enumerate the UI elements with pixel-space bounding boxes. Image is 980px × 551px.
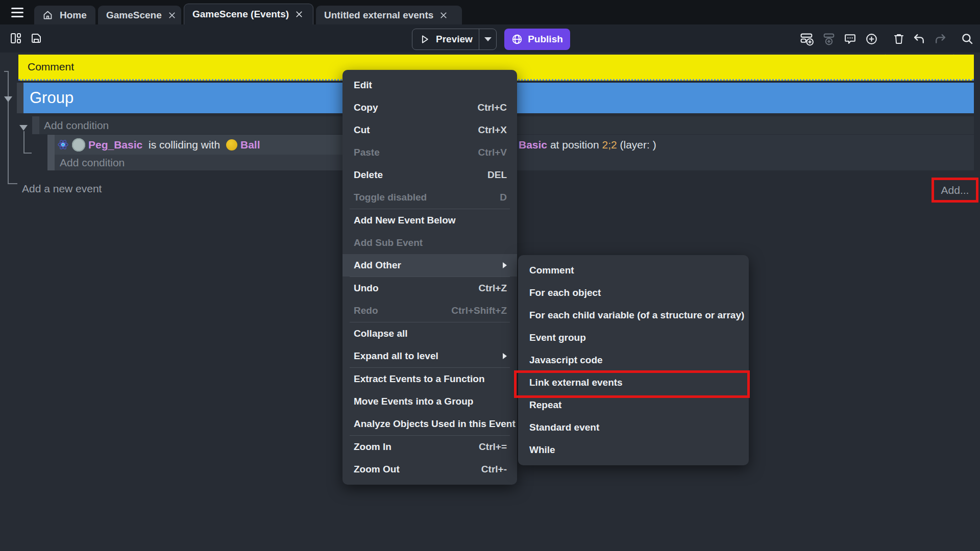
menu-item-expand-all-to-level[interactable]: Expand all to level xyxy=(342,345,517,367)
tab-bar: Home GameScene GameScene (Events) Untitl… xyxy=(0,0,980,24)
close-icon[interactable] xyxy=(168,12,176,19)
menu-item-redo[interactable]: RedoCtrl+Shift+Z xyxy=(342,299,517,322)
menu-item-paste[interactable]: PasteCtrl+V xyxy=(342,141,517,164)
chevron-down-icon xyxy=(484,37,492,41)
submenu-item-link-external-events[interactable]: Link external events xyxy=(518,371,749,394)
menu-item-collapse-all[interactable]: Collapse all xyxy=(342,322,517,345)
shortcut: Ctrl+- xyxy=(481,464,507,475)
publish-button[interactable]: Publish xyxy=(504,29,570,50)
action-object: Basic xyxy=(519,139,547,151)
preview-options-button[interactable] xyxy=(479,37,496,41)
add-new-event-link[interactable]: Add a new event xyxy=(22,183,102,195)
submenu-arrow-icon xyxy=(503,262,507,268)
tab-untitled-external-events[interactable]: Untitled external events xyxy=(316,6,462,24)
menu-item-delete[interactable]: DeleteDEL xyxy=(342,164,517,186)
tree-guide xyxy=(8,71,9,184)
add-comment-icon[interactable] xyxy=(842,31,857,46)
condition-object1: Peg_Basic xyxy=(88,139,142,151)
shortcut: Ctrl+Z xyxy=(479,283,507,294)
preview-button[interactable]: Preview xyxy=(412,34,479,45)
close-icon[interactable] xyxy=(440,12,447,19)
toolbar: Preview Publish xyxy=(0,24,980,53)
condition-object2: Ball xyxy=(240,139,260,151)
tree-guide xyxy=(8,183,17,184)
action-position: 2;2 xyxy=(602,139,617,151)
shortcut: Ctrl+= xyxy=(479,441,507,453)
menu-item-analyze-objects[interactable]: Analyze Objects Used in this Event xyxy=(342,413,517,435)
menu-item-zoom-in[interactable]: Zoom InCtrl+= xyxy=(342,436,517,458)
menu-item-move-events-into-group[interactable]: Move Events into a Group xyxy=(342,390,517,413)
shortcut: DEL xyxy=(487,169,507,181)
event-gutter xyxy=(47,135,55,170)
tab-home[interactable]: Home xyxy=(34,6,95,24)
submenu-item-while[interactable]: While xyxy=(518,439,749,461)
add-event-icon[interactable] xyxy=(799,31,815,46)
menu-item-extract-events-to-function[interactable]: Extract Events to a Function xyxy=(342,368,517,390)
add-condition-link[interactable]: Add condition xyxy=(44,119,109,132)
menu-item-undo[interactable]: UndoCtrl+Z xyxy=(342,277,517,299)
search-icon[interactable] xyxy=(960,31,975,46)
shortcut: Ctrl+C xyxy=(477,102,507,113)
preview-split-button: Preview xyxy=(412,29,497,50)
submenu-item-standard-event[interactable]: Standard event xyxy=(518,416,749,439)
save-icon[interactable] xyxy=(29,31,44,46)
home-icon xyxy=(42,10,53,20)
submenu-item-javascript-code[interactable]: Javascript code xyxy=(518,349,749,371)
tab-label: GameScene xyxy=(106,10,162,21)
context-menu: Edit CopyCtrl+C CutCtrl+X PasteCtrl+V De… xyxy=(342,70,517,485)
menu-item-add-sub-event[interactable]: Add Sub Event xyxy=(342,232,517,254)
tab-gamescene[interactable]: GameScene xyxy=(98,6,181,24)
main-menu-icon[interactable] xyxy=(11,8,23,17)
submenu-item-repeat[interactable]: Repeat xyxy=(518,394,749,416)
delete-icon[interactable] xyxy=(891,31,906,46)
submenu-item-for-each-object[interactable]: For each object xyxy=(518,282,749,304)
shortcut: Ctrl+V xyxy=(478,147,507,158)
add-sub-event-icon[interactable] xyxy=(821,31,836,46)
menu-item-copy[interactable]: CopyCtrl+C xyxy=(342,96,517,119)
menu-item-add-new-event-below[interactable]: Add New Event Below xyxy=(342,209,517,232)
redo-icon[interactable] xyxy=(932,31,947,46)
group-title: Group xyxy=(30,89,74,107)
toggle-panels-icon[interactable] xyxy=(8,31,23,46)
submenu-arrow-icon xyxy=(503,353,507,359)
condition-text: is colliding with xyxy=(145,139,223,151)
action-mid: at position xyxy=(547,139,602,151)
submenu-item-comment[interactable]: Comment xyxy=(518,259,749,282)
menu-item-zoom-out[interactable]: Zoom OutCtrl+- xyxy=(342,458,517,481)
add-button[interactable]: Add... xyxy=(932,178,978,203)
peg-basic-thumbnail xyxy=(72,138,85,152)
add-other-submenu: Comment For each object For each child v… xyxy=(518,255,749,465)
close-icon[interactable] xyxy=(296,11,303,18)
play-icon xyxy=(420,34,430,44)
menu-item-cut[interactable]: CutCtrl+X xyxy=(342,119,517,141)
menu-item-edit[interactable]: Edit xyxy=(342,74,517,96)
tab-label: Untitled external events xyxy=(324,10,433,21)
comment-text: Comment xyxy=(28,61,74,73)
submenu-item-for-each-child-variable[interactable]: For each child variable (of a structure … xyxy=(518,304,749,327)
submenu-item-event-group[interactable]: Event group xyxy=(518,327,749,349)
shortcut: Ctrl+X xyxy=(478,124,507,136)
event-gutter xyxy=(32,116,39,134)
preview-label: Preview xyxy=(436,34,473,45)
gdevelop-events-editor: Home GameScene GameScene (Events) Untitl… xyxy=(0,0,980,551)
globe-icon xyxy=(511,34,523,45)
ball-thumbnail xyxy=(226,139,237,151)
tab-label: Home xyxy=(60,10,87,21)
group-gutter xyxy=(17,83,23,113)
action-tail: (layer: ) xyxy=(617,139,656,151)
undo-icon[interactable] xyxy=(912,31,927,46)
tab-gamescene-events[interactable]: GameScene (Events) xyxy=(184,4,313,24)
publish-label: Publish xyxy=(528,34,563,45)
action-text[interactable]: Basic at position 2;2 (layer: ) xyxy=(519,135,656,155)
shortcut: D xyxy=(500,192,507,203)
add-other-icon[interactable] xyxy=(864,31,879,46)
shortcut: Ctrl+Shift+Z xyxy=(451,305,507,316)
add-condition-link[interactable]: Add condition xyxy=(60,157,125,169)
tab-label: GameScene (Events) xyxy=(192,9,289,20)
collapse-group-icon[interactable] xyxy=(4,96,12,102)
menu-item-toggle-disabled[interactable]: Toggle disabledD xyxy=(342,186,517,209)
menu-item-add-other[interactable]: Add Other xyxy=(342,254,517,277)
collapse-event-icon[interactable] xyxy=(19,125,28,131)
tree-guide xyxy=(23,131,24,154)
tree-guide xyxy=(23,153,32,154)
